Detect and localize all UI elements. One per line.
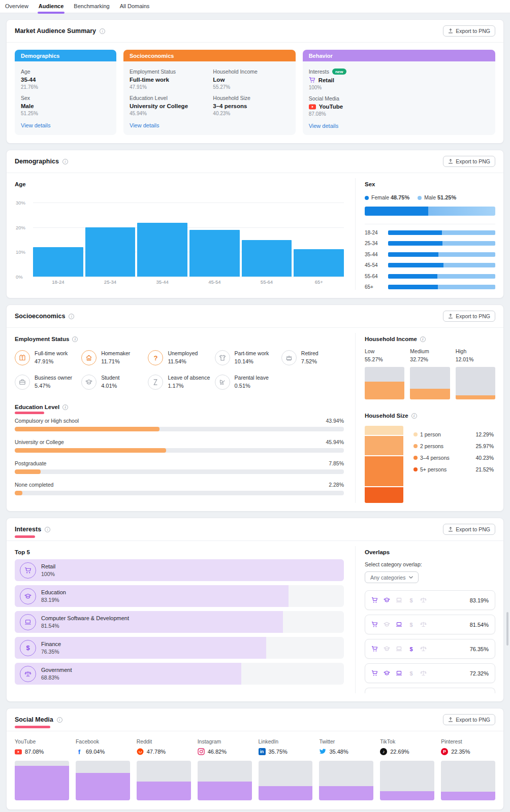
- export-png-button[interactable]: Export to PNG: [443, 524, 495, 535]
- education-row[interactable]: University or College45.94%: [15, 439, 344, 453]
- size-label: Household Size: [213, 95, 289, 101]
- interests-label: Interests new: [309, 69, 489, 75]
- household-size-stacked-bar[interactable]: [365, 426, 403, 503]
- info-icon[interactable]: i: [69, 314, 74, 319]
- sex-label: Sex: [21, 95, 110, 101]
- tab-overview[interactable]: Overview: [5, 3, 28, 13]
- income-column[interactable]: Low55.27%: [365, 348, 404, 399]
- info-icon[interactable]: i: [420, 336, 426, 342]
- size-pct: 40.23%: [213, 111, 289, 116]
- cart-icon: [309, 77, 315, 83]
- age-bar[interactable]: [137, 223, 187, 277]
- sex-age-row[interactable]: 55-64: [365, 274, 495, 279]
- laptop-icon: [20, 614, 36, 630]
- sex-chart-title: Sex: [365, 181, 495, 187]
- social-column-instagram[interactable]: Instagram 46.82%: [198, 738, 252, 800]
- household-income-title: Household Incomei: [365, 336, 495, 342]
- income-column[interactable]: High12.01%: [456, 348, 495, 399]
- info-icon[interactable]: i: [62, 159, 68, 164]
- overlap-row[interactable]: $ 76.35%: [365, 639, 495, 659]
- cart-icon: [371, 670, 378, 676]
- social-value: YouTube: [309, 104, 489, 110]
- cart-icon: [371, 621, 378, 628]
- interests-value: Retail: [309, 77, 489, 83]
- info-icon[interactable]: i: [45, 527, 50, 532]
- top5-title: Top 5: [15, 549, 344, 555]
- age-bar[interactable]: [242, 240, 292, 277]
- info-icon[interactable]: i: [411, 413, 417, 419]
- top-nav: Overview Audience Benchmarking All Domai…: [0, 0, 510, 13]
- employment-item: Leave of absence1.17%: [148, 375, 210, 390]
- view-details-link[interactable]: View details: [130, 122, 290, 128]
- sex-total-bar[interactable]: [365, 207, 495, 216]
- age-bar[interactable]: [294, 249, 344, 277]
- graduation-cap-icon: [384, 597, 390, 603]
- overlaps-title: Overlaps: [365, 549, 495, 555]
- business-owner-icon: [15, 375, 30, 390]
- upload-icon: [448, 159, 453, 164]
- sex-legend: Female 48.75% Male 51.25%: [365, 194, 495, 200]
- youtube-icon: [15, 748, 22, 755]
- export-png-button[interactable]: Export to PNG: [443, 25, 495, 37]
- graduation-cap-icon: [20, 588, 36, 604]
- overlap-row[interactable]: $ 83.19%: [365, 590, 495, 610]
- education-pct: 45.94%: [130, 111, 206, 116]
- sex-age-row[interactable]: 18-24: [365, 230, 495, 235]
- social-column-reddit[interactable]: Reddit 47.78%: [137, 738, 191, 800]
- upload-icon: [448, 527, 453, 532]
- export-png-button[interactable]: Export to PNG: [443, 714, 495, 725]
- education-row[interactable]: Compulsory or High school43.94%: [15, 418, 344, 431]
- education-row[interactable]: Postgraduate7.85%: [15, 460, 344, 474]
- interest-row-government[interactable]: Government68.83%: [15, 663, 344, 685]
- section-title: Market Audience Summary: [15, 27, 96, 35]
- tab-benchmarking[interactable]: Benchmarking: [74, 3, 109, 13]
- section-title: Social Media: [15, 716, 53, 723]
- overlap-row[interactable]: $ 81.54%: [365, 615, 495, 634]
- tab-all-domains[interactable]: All Domains: [120, 3, 150, 13]
- sex-age-row[interactable]: 25-34: [365, 241, 495, 246]
- scales-icon: [420, 670, 427, 676]
- education-row[interactable]: None completed2.28%: [15, 482, 344, 495]
- info-icon[interactable]: i: [62, 404, 68, 410]
- laptop-icon: [396, 621, 402, 628]
- overlap-row-partial[interactable]: [365, 688, 495, 693]
- social-media-card: Social Media i Export to PNG YouTube 87.…: [6, 708, 504, 810]
- age-bar[interactable]: [85, 227, 136, 277]
- chevron-down-icon: [409, 576, 413, 579]
- view-details-link[interactable]: View details: [309, 123, 489, 129]
- summary-behavior-card: Behavior Interests new Retail 100% Socia…: [303, 50, 495, 135]
- interest-row-retail[interactable]: Retail100%: [15, 559, 344, 581]
- export-png-label: Export to PNG: [456, 313, 490, 319]
- sex-age-row[interactable]: 45-54: [365, 262, 495, 268]
- export-png-button[interactable]: Export to PNG: [443, 156, 495, 167]
- info-icon[interactable]: i: [57, 717, 62, 723]
- social-column-youtube[interactable]: YouTube 87.08%: [15, 738, 69, 800]
- info-icon[interactable]: i: [72, 336, 78, 342]
- pink-annotation: [15, 412, 44, 414]
- social-column-tiktok[interactable]: TikTok ♪22.69%: [380, 738, 434, 800]
- age-bar[interactable]: [189, 230, 240, 277]
- sex-age-row[interactable]: 65+: [365, 284, 495, 290]
- social-column-linkedin[interactable]: LinkedIn in35.75%: [259, 738, 313, 800]
- export-png-button[interactable]: Export to PNG: [443, 311, 495, 322]
- social-column-facebook[interactable]: Facebook f69.04%: [76, 738, 130, 800]
- income-column[interactable]: Medium32.72%: [410, 348, 450, 399]
- interest-row-education[interactable]: Education83.19%: [15, 585, 344, 607]
- interest-row-finance[interactable]: $ Finance76.35%: [15, 637, 344, 659]
- overlap-row[interactable]: $ 72.32%: [365, 663, 495, 683]
- social-column-pinterest[interactable]: Pinterest P22.35%: [441, 738, 495, 800]
- export-png-label: Export to PNG: [456, 526, 490, 532]
- instagram-icon: [198, 748, 205, 755]
- tab-audience[interactable]: Audience: [39, 3, 64, 13]
- view-details-link[interactable]: View details: [21, 122, 110, 128]
- category-overlap-dropdown[interactable]: Any categories: [365, 571, 419, 583]
- interest-row-software[interactable]: Computer Software & Development81.54%: [15, 611, 344, 633]
- sex-age-row[interactable]: 35-44: [365, 252, 495, 257]
- info-icon[interactable]: i: [100, 28, 105, 34]
- dollar-icon: $: [408, 670, 415, 676]
- employment-item: Part-time work10.14%: [215, 350, 277, 365]
- overlaps-scrollbar[interactable]: [506, 612, 508, 646]
- employment-grid: Full-time work47.91% Homemaker11.71% ? U…: [15, 350, 344, 390]
- age-bar[interactable]: [33, 247, 83, 277]
- social-column-twitter[interactable]: Twitter 35.48%: [319, 738, 373, 800]
